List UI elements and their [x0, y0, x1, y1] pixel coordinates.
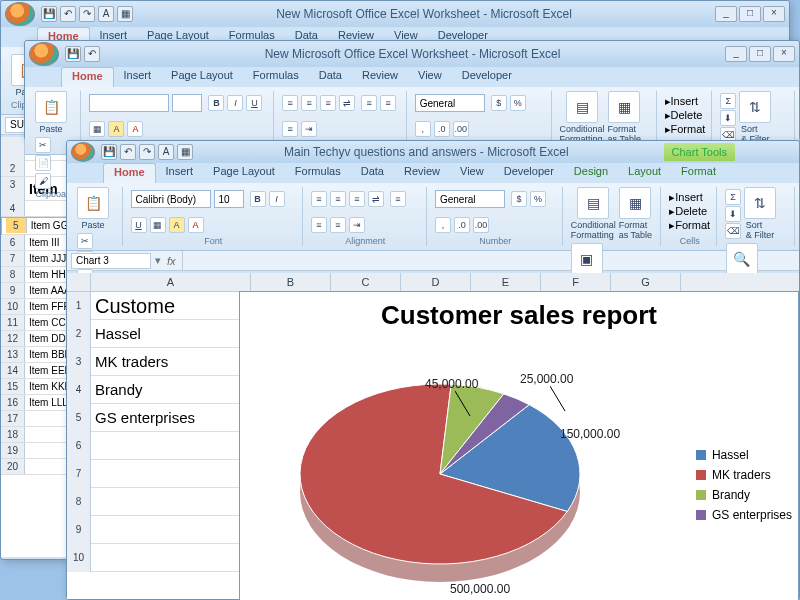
svg-line-2	[550, 386, 565, 411]
cell[interactable]: MK traders	[91, 348, 251, 376]
office-button[interactable]	[71, 142, 95, 162]
font-icon[interactable]: A	[98, 6, 114, 22]
column-header-E[interactable]: E	[471, 273, 541, 291]
tab-page-layout[interactable]: Page Layout	[203, 163, 285, 183]
titlebar-1[interactable]: 💾 ↶ ↷ A ▦ New Microsoft Office Excel Wor…	[1, 1, 789, 27]
window-title-3: Main Techyv questions and answers - Micr…	[193, 145, 660, 159]
name-box-3[interactable]	[71, 253, 151, 269]
window-title-2: New Microsoft Office Excel Worksheet - M…	[100, 47, 725, 61]
quick-access-toolbar[interactable]: 💾 ↶ ↷ A ▦	[41, 6, 133, 22]
column-headers[interactable]: ABCDEFG	[67, 273, 799, 292]
ribbon-3: 📋Paste✂📄🖌ClipboardBIU▦AAFont≡≡≡⇌≡≡≡⇥Alig…	[67, 183, 799, 251]
dropdown-icon[interactable]: ▾	[155, 254, 161, 267]
chart-title[interactable]: Customer sales report	[240, 292, 798, 339]
formula-bar-row: ▾ fx	[67, 251, 799, 271]
save-icon[interactable]: 💾	[101, 144, 117, 160]
ribbon-group-font: BIU▦AAFont	[125, 187, 303, 246]
data-label: 45,000.00	[425, 377, 478, 391]
legend-item[interactable]: Hassel	[696, 448, 792, 462]
ribbon-group-alignment: ≡≡≡⇌≡≡≡⇥Alignment	[305, 187, 427, 246]
border-icon[interactable]: ▦	[177, 144, 193, 160]
legend-item[interactable]: MK traders	[696, 468, 792, 482]
ribbon-tabs-3[interactable]: HomeInsertPage LayoutFormulasDataReviewV…	[67, 163, 799, 183]
tab-developer[interactable]: Developer	[452, 67, 522, 87]
tab-formulas[interactable]: Formulas	[285, 163, 351, 183]
office-button[interactable]	[5, 2, 35, 26]
chart-legend[interactable]: HasselMK tradersBrandyGS enterprises	[696, 442, 792, 528]
undo-icon[interactable]: ↶	[84, 46, 100, 62]
tab-data[interactable]: Data	[309, 67, 352, 87]
tab-developer[interactable]: Developer	[494, 163, 564, 183]
cell[interactable]	[91, 460, 251, 488]
tab-home[interactable]: Home	[61, 67, 114, 87]
tab-insert[interactable]: Insert	[156, 163, 204, 183]
office-button[interactable]	[29, 42, 59, 66]
ribbon-group-cells: ▸Insert▸Delete▸FormatCells	[663, 187, 717, 246]
column-header-A[interactable]: A	[91, 273, 251, 291]
tab-home[interactable]: Home	[103, 163, 156, 183]
tab-format[interactable]: Format	[671, 163, 726, 183]
tab-formulas[interactable]: Formulas	[243, 67, 309, 87]
cell[interactable]: Custome	[91, 292, 251, 320]
font-icon[interactable]: A	[158, 144, 174, 160]
tab-design[interactable]: Design	[564, 163, 618, 183]
legend-item[interactable]: GS enterprises	[696, 508, 792, 522]
redo-icon[interactable]: ↷	[79, 6, 95, 22]
redo-icon[interactable]: ↷	[139, 144, 155, 160]
save-icon[interactable]: 💾	[65, 46, 81, 62]
column-header-C[interactable]: C	[331, 273, 401, 291]
tab-view[interactable]: View	[408, 67, 452, 87]
cell[interactable]: Brandy	[91, 376, 251, 404]
cell[interactable]: GS enterprises	[91, 404, 251, 432]
column-header-G[interactable]: G	[611, 273, 681, 291]
border-icon[interactable]: ▦	[117, 6, 133, 22]
svg-line-1	[455, 391, 470, 416]
tab-layout[interactable]: Layout	[618, 163, 671, 183]
close-button[interactable]: ×	[763, 6, 785, 22]
cell[interactable]	[91, 488, 251, 516]
tab-insert[interactable]: Insert	[114, 67, 162, 87]
titlebar-2[interactable]: 💾↶ New Microsoft Office Excel Worksheet …	[25, 41, 799, 67]
save-icon[interactable]: 💾	[41, 6, 57, 22]
window-title-1: New Microsoft Office Excel Worksheet - M…	[133, 7, 715, 21]
tab-page-layout[interactable]: Page Layout	[161, 67, 243, 87]
excel-window-2: 💾↶ New Microsoft Office Excel Worksheet …	[24, 40, 800, 140]
chart-tools-tab[interactable]: Chart Tools	[664, 143, 735, 161]
column-header-F[interactable]: F	[541, 273, 611, 291]
tab-view[interactable]: View	[450, 163, 494, 183]
minimize-button[interactable]: _	[725, 46, 747, 62]
cell[interactable]: Hassel	[91, 320, 251, 348]
tab-review[interactable]: Review	[394, 163, 450, 183]
column-header-B[interactable]: B	[251, 273, 331, 291]
ribbon-group-editing: Σ⬇⌫⇅Sort& Filter🔍Find& SelectEditing	[719, 187, 795, 246]
data-label: 500,000.00	[450, 582, 510, 596]
ribbon-group-styles: ▤ConditionalFormatting▦Formatas Table▣Ce…	[565, 187, 662, 246]
minimize-button[interactable]: _	[715, 6, 737, 22]
maximize-button[interactable]: □	[749, 46, 771, 62]
cell[interactable]	[91, 432, 251, 460]
cell[interactable]	[91, 516, 251, 544]
data-label: 25,000.00	[520, 372, 573, 386]
tab-data[interactable]: Data	[351, 163, 394, 183]
fx-icon[interactable]: fx	[167, 255, 176, 267]
excel-window-3: 💾↶↷A▦ Main Techyv questions and answers …	[66, 140, 800, 600]
tab-review[interactable]: Review	[352, 67, 408, 87]
cell[interactable]	[91, 544, 251, 572]
ribbon-group-clipboard: 📋Paste✂📄🖌Clipboard	[71, 187, 123, 246]
titlebar-3[interactable]: 💾↶↷A▦ Main Techyv questions and answers …	[67, 141, 799, 163]
undo-icon[interactable]: ↶	[120, 144, 136, 160]
undo-icon[interactable]: ↶	[60, 6, 76, 22]
close-button[interactable]: ×	[773, 46, 795, 62]
data-label: 150,000.00	[560, 427, 620, 441]
chart-object[interactable]: Customer sales report HasselMK tradersBr…	[239, 291, 799, 600]
column-header-D[interactable]: D	[401, 273, 471, 291]
legend-item[interactable]: Brandy	[696, 488, 792, 502]
maximize-button[interactable]: □	[739, 6, 761, 22]
ribbon-tabs-2[interactable]: HomeInsertPage LayoutFormulasDataReviewV…	[25, 67, 799, 87]
ribbon-group-number: $%,.0.00Number	[429, 187, 563, 246]
